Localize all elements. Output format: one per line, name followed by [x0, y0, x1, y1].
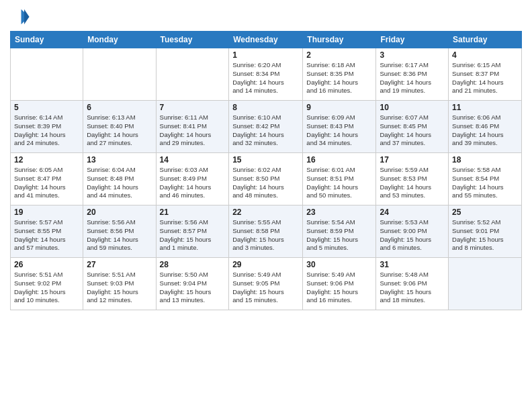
day-info: Sunrise: 6:17 AM Sunset: 8:36 PM Dayligh… [380, 61, 445, 95]
calendar-cell: 22Sunrise: 5:55 AM Sunset: 8:58 PM Dayli… [229, 205, 303, 258]
calendar-cell [11, 48, 83, 101]
calendar-week-2: 5Sunrise: 6:14 AM Sunset: 8:39 PM Daylig… [11, 101, 522, 153]
day-number: 1 [232, 50, 299, 60]
day-info: Sunrise: 6:11 AM Sunset: 8:41 PM Dayligh… [160, 113, 226, 148]
calendar-cell: 31Sunrise: 5:48 AM Sunset: 9:06 PM Dayli… [376, 258, 449, 310]
calendar-cell: 3Sunrise: 6:17 AM Sunset: 8:36 PM Daylig… [376, 48, 449, 101]
day-number: 8 [232, 103, 299, 112]
day-number: 9 [306, 103, 372, 112]
day-info: Sunrise: 6:05 AM Sunset: 8:47 PM Dayligh… [14, 166, 79, 200]
day-number: 14 [160, 155, 226, 165]
calendar-cell: 13Sunrise: 6:04 AM Sunset: 8:48 PM Dayli… [83, 153, 156, 205]
day-number: 2 [306, 50, 372, 60]
calendar-cell: 4Sunrise: 6:15 AM Sunset: 8:37 PM Daylig… [449, 48, 522, 101]
weekday-header-sunday: Sunday [11, 32, 83, 48]
day-number: 30 [306, 260, 372, 269]
day-info: Sunrise: 5:57 AM Sunset: 8:55 PM Dayligh… [14, 218, 79, 253]
page: SundayMondayTuesdayWednesdayThursdayFrid… [0, 0, 532, 411]
day-info: Sunrise: 5:56 AM Sunset: 8:57 PM Dayligh… [160, 218, 226, 253]
day-info: Sunrise: 6:14 AM Sunset: 8:39 PM Dayligh… [14, 113, 79, 148]
logo [10, 7, 33, 27]
day-number: 18 [452, 155, 518, 165]
day-info: Sunrise: 6:06 AM Sunset: 8:46 PM Dayligh… [452, 113, 518, 148]
calendar-cell: 25Sunrise: 5:52 AM Sunset: 9:01 PM Dayli… [449, 205, 522, 258]
calendar-cell: 28Sunrise: 5:50 AM Sunset: 9:04 PM Dayli… [156, 258, 229, 310]
day-number: 15 [232, 155, 299, 165]
calendar-cell: 27Sunrise: 5:51 AM Sunset: 9:03 PM Dayli… [83, 258, 156, 310]
day-number: 21 [160, 208, 226, 217]
calendar: SundayMondayTuesdayWednesdayThursdayFrid… [10, 31, 522, 310]
calendar-cell: 29Sunrise: 5:49 AM Sunset: 9:05 PM Dayli… [229, 258, 303, 310]
day-number: 3 [380, 50, 445, 60]
day-number: 10 [380, 103, 445, 112]
day-info: Sunrise: 6:03 AM Sunset: 8:49 PM Dayligh… [160, 166, 226, 200]
weekday-header-wednesday: Wednesday [229, 32, 303, 48]
calendar-week-1: 1Sunrise: 6:20 AM Sunset: 8:34 PM Daylig… [11, 48, 522, 101]
day-number: 29 [232, 260, 299, 269]
day-info: Sunrise: 5:51 AM Sunset: 9:03 PM Dayligh… [87, 271, 152, 305]
weekday-header-saturday: Saturday [449, 32, 522, 48]
calendar-cell: 1Sunrise: 6:20 AM Sunset: 8:34 PM Daylig… [229, 48, 303, 101]
day-info: Sunrise: 6:01 AM Sunset: 8:51 PM Dayligh… [306, 166, 372, 200]
svg-marker-1 [24, 9, 30, 25]
calendar-cell [83, 48, 156, 101]
day-number: 6 [87, 103, 152, 112]
weekday-header-tuesday: Tuesday [156, 32, 229, 48]
day-number: 25 [452, 208, 518, 217]
calendar-cell: 18Sunrise: 5:58 AM Sunset: 8:54 PM Dayli… [449, 153, 522, 205]
day-info: Sunrise: 6:07 AM Sunset: 8:45 PM Dayligh… [380, 113, 445, 148]
day-info: Sunrise: 5:54 AM Sunset: 8:59 PM Dayligh… [306, 218, 372, 253]
calendar-cell: 9Sunrise: 6:09 AM Sunset: 8:43 PM Daylig… [303, 101, 376, 153]
day-number: 4 [452, 50, 518, 60]
calendar-week-3: 12Sunrise: 6:05 AM Sunset: 8:47 PM Dayli… [11, 153, 522, 205]
calendar-cell [449, 258, 522, 310]
calendar-cell [156, 48, 229, 101]
day-info: Sunrise: 5:48 AM Sunset: 9:06 PM Dayligh… [380, 271, 445, 305]
day-number: 13 [87, 155, 152, 165]
weekday-header-row: SundayMondayTuesdayWednesdayThursdayFrid… [11, 32, 522, 48]
calendar-cell: 20Sunrise: 5:56 AM Sunset: 8:56 PM Dayli… [83, 205, 156, 258]
day-info: Sunrise: 5:52 AM Sunset: 9:01 PM Dayligh… [452, 218, 518, 253]
day-number: 11 [452, 103, 518, 112]
day-info: Sunrise: 6:15 AM Sunset: 8:37 PM Dayligh… [452, 61, 518, 95]
day-number: 28 [160, 260, 226, 269]
calendar-cell: 23Sunrise: 5:54 AM Sunset: 8:59 PM Dayli… [303, 205, 376, 258]
calendar-cell: 30Sunrise: 5:49 AM Sunset: 9:06 PM Dayli… [303, 258, 376, 310]
day-info: Sunrise: 6:13 AM Sunset: 8:40 PM Dayligh… [87, 113, 152, 148]
day-number: 22 [232, 208, 299, 217]
calendar-week-4: 19Sunrise: 5:57 AM Sunset: 8:55 PM Dayli… [11, 205, 522, 258]
calendar-cell: 19Sunrise: 5:57 AM Sunset: 8:55 PM Dayli… [11, 205, 83, 258]
day-number: 24 [380, 208, 445, 217]
calendar-cell: 7Sunrise: 6:11 AM Sunset: 8:41 PM Daylig… [156, 101, 229, 153]
day-number: 19 [14, 208, 79, 217]
calendar-cell: 16Sunrise: 6:01 AM Sunset: 8:51 PM Dayli… [303, 153, 376, 205]
day-number: 26 [14, 260, 79, 269]
calendar-cell: 21Sunrise: 5:56 AM Sunset: 8:57 PM Dayli… [156, 205, 229, 258]
day-number: 27 [87, 260, 152, 269]
day-info: Sunrise: 5:53 AM Sunset: 9:00 PM Dayligh… [380, 218, 445, 253]
calendar-cell: 24Sunrise: 5:53 AM Sunset: 9:00 PM Dayli… [376, 205, 449, 258]
day-number: 23 [306, 208, 372, 217]
day-info: Sunrise: 5:51 AM Sunset: 9:02 PM Dayligh… [14, 271, 79, 305]
day-number: 12 [14, 155, 79, 165]
calendar-cell: 15Sunrise: 6:02 AM Sunset: 8:50 PM Dayli… [229, 153, 303, 205]
calendar-cell: 26Sunrise: 5:51 AM Sunset: 9:02 PM Dayli… [11, 258, 83, 310]
day-number: 17 [380, 155, 445, 165]
header [10, 7, 522, 27]
day-info: Sunrise: 5:49 AM Sunset: 9:06 PM Dayligh… [306, 271, 372, 305]
calendar-cell: 17Sunrise: 5:59 AM Sunset: 8:53 PM Dayli… [376, 153, 449, 205]
day-info: Sunrise: 5:55 AM Sunset: 8:58 PM Dayligh… [232, 218, 299, 253]
day-info: Sunrise: 5:50 AM Sunset: 9:04 PM Dayligh… [160, 271, 226, 305]
day-number: 7 [160, 103, 226, 112]
weekday-header-monday: Monday [83, 32, 156, 48]
day-number: 16 [306, 155, 372, 165]
calendar-week-5: 26Sunrise: 5:51 AM Sunset: 9:02 PM Dayli… [11, 258, 522, 310]
calendar-cell: 11Sunrise: 6:06 AM Sunset: 8:46 PM Dayli… [449, 101, 522, 153]
calendar-cell: 2Sunrise: 6:18 AM Sunset: 8:35 PM Daylig… [303, 48, 376, 101]
calendar-cell: 14Sunrise: 6:03 AM Sunset: 8:49 PM Dayli… [156, 153, 229, 205]
day-info: Sunrise: 5:58 AM Sunset: 8:54 PM Dayligh… [452, 166, 518, 200]
day-info: Sunrise: 6:10 AM Sunset: 8:42 PM Dayligh… [232, 113, 299, 148]
day-number: 20 [87, 208, 152, 217]
day-number: 31 [380, 260, 445, 269]
calendar-cell: 8Sunrise: 6:10 AM Sunset: 8:42 PM Daylig… [229, 101, 303, 153]
